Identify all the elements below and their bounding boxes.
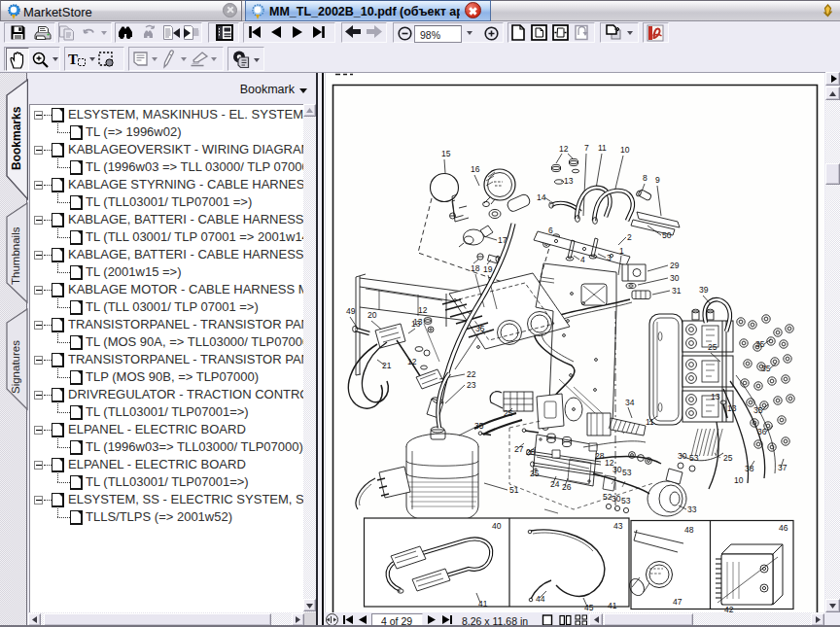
- svg-text:40: 40: [492, 521, 502, 531]
- svg-text:1: 1: [619, 246, 624, 256]
- svg-text:10: 10: [734, 475, 744, 485]
- svg-text:53: 53: [621, 496, 631, 505]
- svg-text:23: 23: [467, 380, 476, 390]
- svg-text:12: 12: [418, 305, 428, 315]
- svg-text:42: 42: [724, 605, 734, 612]
- svg-text:53: 53: [689, 453, 699, 463]
- svg-text:47: 47: [673, 597, 682, 607]
- svg-text:49: 49: [346, 306, 356, 316]
- svg-text:39: 39: [699, 285, 709, 295]
- svg-text:13: 13: [711, 392, 720, 401]
- svg-text:9: 9: [655, 175, 660, 185]
- svg-text:25: 25: [708, 342, 718, 352]
- svg-text:51: 51: [509, 485, 519, 495]
- svg-text:6: 6: [548, 226, 553, 235]
- svg-text:15: 15: [441, 149, 451, 158]
- svg-text:46: 46: [779, 523, 788, 533]
- svg-text:13: 13: [727, 403, 737, 413]
- svg-text:16: 16: [471, 164, 480, 174]
- svg-text:30: 30: [612, 465, 622, 474]
- svg-text:33: 33: [687, 505, 697, 514]
- svg-text:12: 12: [559, 144, 569, 154]
- svg-text:48: 48: [684, 525, 694, 535]
- svg-text:41: 41: [608, 601, 617, 610]
- svg-text:53: 53: [622, 468, 632, 477]
- svg-text:18: 18: [471, 263, 480, 273]
- svg-text:19: 19: [483, 264, 493, 274]
- svg-text:29: 29: [670, 261, 680, 270]
- svg-text:21: 21: [382, 361, 392, 370]
- svg-text:36: 36: [757, 427, 767, 436]
- svg-text:13: 13: [411, 319, 421, 329]
- svg-text:44: 44: [536, 594, 545, 604]
- svg-text:8: 8: [643, 173, 648, 183]
- svg-text:22: 22: [467, 369, 476, 379]
- svg-text:4: 4: [580, 255, 585, 264]
- svg-text:34: 34: [625, 398, 635, 407]
- svg-text:27: 27: [514, 444, 524, 454]
- svg-text:Bookmarks: Bookmarks: [10, 106, 23, 170]
- svg-text:37: 37: [778, 463, 788, 472]
- svg-text:38: 38: [745, 464, 754, 473]
- svg-text:2: 2: [627, 232, 632, 242]
- svg-text:20: 20: [368, 310, 377, 320]
- svg-text:31: 31: [672, 286, 682, 296]
- svg-text:13: 13: [564, 176, 574, 186]
- svg-text:35: 35: [753, 405, 763, 415]
- svg-text:26: 26: [562, 482, 572, 492]
- svg-text:35: 35: [755, 339, 765, 349]
- svg-text:24: 24: [550, 479, 560, 489]
- svg-text:35: 35: [475, 324, 485, 333]
- svg-text:3: 3: [607, 253, 612, 262]
- svg-text:30: 30: [670, 273, 680, 283]
- svg-text:50: 50: [662, 230, 672, 240]
- svg-text:25: 25: [723, 453, 733, 463]
- svg-text:11: 11: [598, 143, 607, 153]
- svg-text:Thumbnails: Thumbnails: [10, 226, 21, 285]
- svg-text:35: 35: [761, 364, 771, 373]
- svg-text:25: 25: [530, 469, 540, 478]
- svg-text:Signatures: Signatures: [10, 340, 21, 394]
- svg-text:41: 41: [478, 599, 488, 609]
- svg-text:30: 30: [612, 494, 621, 504]
- svg-text:7: 7: [584, 143, 589, 153]
- svg-text:10: 10: [620, 145, 630, 155]
- svg-text:T: T: [68, 52, 78, 67]
- svg-text:43: 43: [613, 521, 623, 531]
